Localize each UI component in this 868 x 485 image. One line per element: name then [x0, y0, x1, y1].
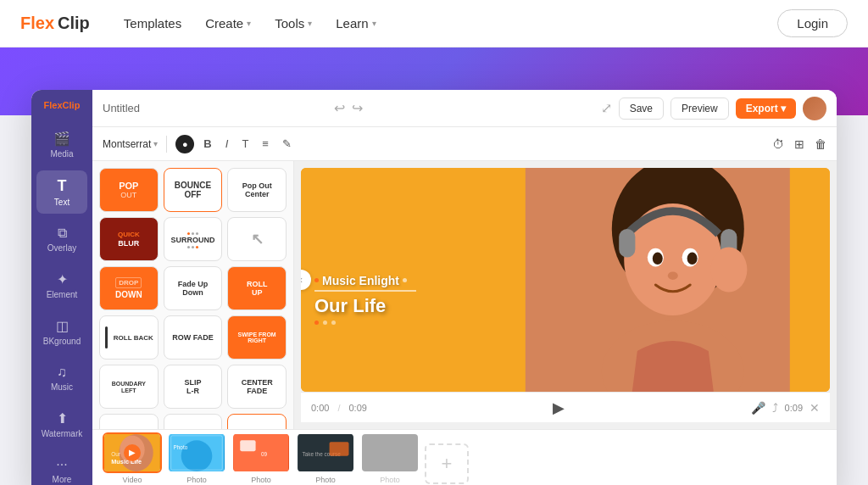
format-separator	[166, 136, 167, 153]
anim-fade-up-down[interactable]: Fade Up Down	[164, 266, 223, 310]
text-icon: T	[58, 177, 67, 195]
dot-indicator	[323, 321, 327, 325]
clip-thumbnail[interactable]	[360, 432, 420, 473]
timer-icon[interactable]: ⏱	[772, 137, 784, 151]
font-selector[interactable]: Montserrat ▾	[103, 138, 158, 150]
microphone-icon[interactable]: 🎤	[751, 401, 765, 415]
anim-scroll-up[interactable]: SCROLL UP	[227, 414, 287, 429]
anim-pop-out[interactable]: POP OUT	[99, 168, 159, 212]
anim-quick-blur[interactable]: QUICK BLUR	[99, 217, 159, 261]
svg-rect-3	[620, 229, 636, 258]
app-window: FlexClip 🎬 Media T Text ⧉ Overlay ✦ Elem…	[31, 90, 837, 485]
dot-icon	[192, 232, 194, 235]
svg-text:Photo: Photo	[174, 444, 188, 450]
svg-rect-26	[330, 442, 349, 456]
svg-point-11	[711, 248, 748, 293]
time-separator: /	[337, 403, 340, 413]
add-clip-button[interactable]: +	[425, 443, 469, 484]
playback-bar: 0:00 / 0:09 ▶ 🎤 ⤴ 0:09 ✕	[301, 392, 830, 422]
timeline-clip-photo-2[interactable]: 09 Photo 0:03	[231, 432, 291, 486]
clip-thumbnail[interactable]: 09	[231, 432, 291, 473]
toolbar: Untitled ↩ ↪ ⤢ Save Preview Export ▾	[92, 90, 837, 127]
media-icon: 🎬	[53, 131, 70, 147]
canvas-text-overlay: Music Enlight Our Life	[314, 274, 416, 325]
anim-pop-out-center[interactable]: Pop Out Center	[227, 168, 287, 212]
dot-indicator	[314, 321, 319, 325]
sidebar-label-media: Media	[50, 149, 73, 159]
sidebar-item-media[interactable]: 🎬 Media	[36, 124, 87, 165]
timeline-clip-photo-4[interactable]: Photo 0:03	[360, 432, 420, 486]
align-button[interactable]: ≡	[258, 135, 273, 153]
sidebar-label-music: Music	[51, 382, 73, 392]
anim-cursor[interactable]: ↖	[227, 217, 287, 261]
sidebar-item-overlay[interactable]: ⧉ Overlay	[36, 219, 87, 259]
anim-row-fade[interactable]: ROW FADE	[164, 315, 223, 360]
sidebar-item-music[interactable]: ♫ Music	[36, 358, 87, 399]
canvas-frame: Music Enlight Our Life	[301, 168, 830, 392]
nav-tools[interactable]: Tools▾	[275, 16, 312, 31]
document-title[interactable]: Untitled	[103, 102, 327, 114]
export-button[interactable]: Export ▾	[736, 98, 796, 119]
undo-icon[interactable]: ↩	[334, 100, 345, 116]
toolbar-right-icons: ⤢ Save Preview Export ▾	[601, 97, 826, 120]
nav-links: Templates Create▾ Tools▾ Learn▾	[124, 16, 777, 31]
nav-templates[interactable]: Templates	[124, 16, 181, 31]
sidebar-item-element[interactable]: ✦ Element	[36, 265, 87, 306]
sidebar: FlexClip 🎬 Media T Text ⧉ Overlay ✦ Elem…	[31, 90, 92, 485]
sidebar-item-more[interactable]: ··· More	[36, 450, 87, 485]
user-avatar[interactable]	[803, 97, 826, 120]
sidebar-label-watermark: Watermark	[42, 429, 83, 438]
canvas-area: Music Enlight Our Life	[294, 161, 837, 429]
anim-follow-fade[interactable]: FOLLOW FADE	[99, 414, 159, 429]
svg-rect-22	[240, 440, 255, 451]
text-type-button[interactable]: T	[237, 135, 253, 153]
dot-icon	[187, 246, 190, 248]
sidebar-label-element: Element	[47, 290, 78, 299]
save-button[interactable]: Save	[619, 98, 664, 120]
italic-button[interactable]: I	[221, 135, 233, 153]
sidebar-item-text[interactable]: T Text	[36, 170, 87, 214]
nav-login: Login	[777, 9, 848, 37]
sidebar-item-bkground[interactable]: ◫ BKground	[36, 311, 87, 353]
anim-boundary-left[interactable]: BOUNDARY LEFT	[99, 365, 159, 409]
clip-label: Photo	[251, 476, 271, 484]
play-button[interactable]: ▶	[553, 399, 565, 417]
current-time: 0:00	[311, 403, 329, 413]
clip-thumbnail[interactable]: Photo	[167, 432, 226, 473]
edit-button[interactable]: ✎	[278, 135, 296, 153]
anim-drop-down[interactable]: DROP DOWN	[99, 266, 159, 310]
anim-bounce-off[interactable]: BOUNCE OFF	[164, 168, 223, 212]
fullscreen-icon[interactable]: ⤢	[601, 100, 612, 116]
timeline-clip-video[interactable]: Music Life Our ▶ Video 0:16	[103, 432, 162, 486]
sidebar-item-watermark[interactable]: ⬆ Watermark	[36, 404, 87, 445]
anim-fade-frame[interactable]: FADE FRAME	[164, 414, 223, 429]
anim-slip-lr[interactable]: SLIP L-R	[164, 365, 223, 409]
clip-thumbnail[interactable]: Music Life Our ▶	[103, 432, 162, 473]
close-button[interactable]: ✕	[810, 401, 820, 415]
anim-roll-back[interactable]: ROLL BACK	[99, 315, 159, 360]
bold-button[interactable]: B	[199, 135, 215, 153]
logo-clip: Clip	[58, 14, 90, 33]
logo[interactable]: FlexClip	[20, 14, 90, 33]
grid-icon[interactable]: ⊞	[794, 137, 804, 151]
share-icon[interactable]: ⤴	[772, 401, 778, 415]
preview-button[interactable]: Preview	[670, 98, 729, 120]
clip-label: Photo	[186, 476, 207, 484]
sidebar-label-text: Text	[54, 198, 70, 207]
anim-swipe-right[interactable]: SWIPE FROM RIGHT	[227, 315, 287, 360]
anim-surround[interactable]: SURROUND	[164, 217, 223, 261]
anim-center-fade[interactable]: CENTER FADE	[227, 365, 287, 409]
nav-create[interactable]: Create▾	[205, 16, 251, 31]
clip-thumbnail[interactable]: Take the course	[296, 432, 355, 473]
delete-icon[interactable]: 🗑	[815, 137, 826, 151]
play-overlay[interactable]: ▶	[124, 444, 141, 461]
login-button[interactable]: Login	[777, 9, 848, 37]
nav-learn[interactable]: Learn▾	[336, 16, 376, 31]
timeline-clip-photo-1[interactable]: Photo Photo 0:09	[167, 432, 226, 486]
font-chevron-icon: ▾	[153, 139, 158, 148]
timeline-clip-photo-3[interactable]: Take the course Photo 0:03	[296, 432, 355, 486]
cursor-icon: ↖	[251, 230, 264, 248]
redo-icon[interactable]: ↪	[352, 100, 363, 116]
color-picker-btn[interactable]: ●	[175, 135, 194, 153]
anim-roll-up[interactable]: ROLL UP	[227, 266, 287, 310]
